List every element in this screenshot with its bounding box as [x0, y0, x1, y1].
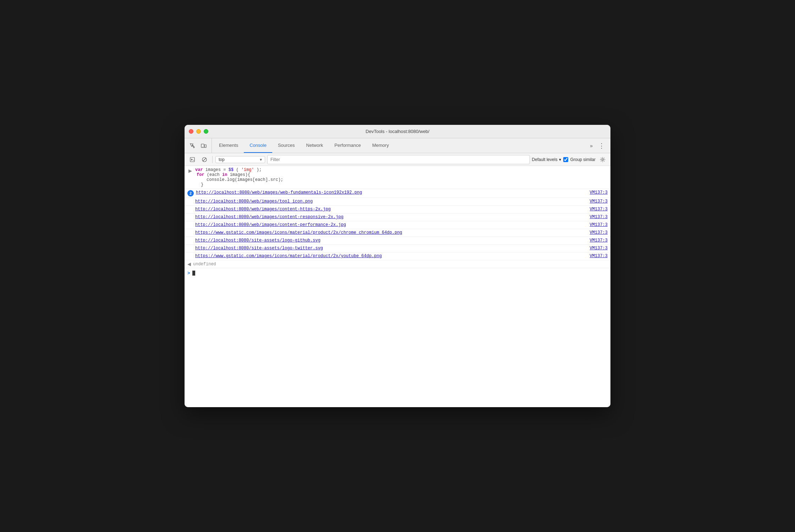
console-settings-button[interactable] — [598, 155, 608, 164]
source-ref-0[interactable]: VM137:3 — [583, 190, 608, 195]
clear-console-button[interactable] — [199, 155, 209, 164]
titlebar: DevTools - localhost:8080/web/ — [185, 125, 610, 138]
source-ref-8[interactable]: VM137:3 — [583, 254, 608, 259]
cursor — [192, 271, 195, 276]
log-entry-5: https://www.gstatic.com/images/icons/mat… — [185, 229, 610, 237]
close-button[interactable] — [189, 129, 193, 134]
devtools-window: DevTools - localhost:8080/web/ Elements — [185, 125, 610, 407]
log-entry-1: http://localhost:8080/web/images/tool_ic… — [185, 198, 610, 206]
minimize-button[interactable] — [196, 129, 201, 134]
log-url-4[interactable]: http://localhost:8080/web/images/content… — [195, 222, 577, 227]
log-entry-3: http://localhost:8080/web/images/content… — [185, 214, 610, 221]
log-entry-6: http://localhost:8080/site-assets/logo-g… — [185, 237, 610, 245]
toolbar-divider — [212, 156, 213, 163]
levels-chevron-icon: ▾ — [559, 157, 561, 162]
code-entry: ▶ var images = $$ ( 'img' ); for (each i… — [185, 166, 610, 189]
tab-elements[interactable]: Elements — [213, 138, 244, 153]
default-levels-button[interactable]: Default levels ▾ — [532, 157, 561, 162]
log-entry-2: http://localhost:8080/web/images/content… — [185, 206, 610, 214]
devtools-menu-button[interactable]: ⋮ — [596, 138, 608, 153]
source-ref-5[interactable]: VM137:3 — [583, 230, 608, 235]
tab-sources[interactable]: Sources — [272, 138, 301, 153]
log-entry-8: https://www.gstatic.com/images/icons/mat… — [185, 253, 610, 260]
context-selector[interactable]: top ▾ — [215, 156, 265, 163]
filter-input[interactable] — [267, 155, 530, 164]
expand-icon[interactable]: ▶ — [187, 167, 193, 173]
group-similar-checkbox[interactable] — [563, 157, 568, 162]
log-url-1[interactable]: http://localhost:8080/web/images/tool_ic… — [195, 199, 577, 204]
log-entry-7: http://localhost:8080/site-assets/logo-t… — [185, 245, 610, 253]
console-toolbar: top ▾ Default levels ▾ Group similar — [185, 153, 610, 166]
tab-console[interactable]: Console — [244, 138, 272, 153]
log-entry-0: 2 http://localhost:8080/web/images/web-f… — [185, 189, 610, 198]
execute-script-button[interactable] — [187, 155, 197, 164]
inspect-icon[interactable] — [187, 141, 197, 151]
source-ref-7[interactable]: VM137:3 — [583, 246, 608, 251]
log-url-3[interactable]: http://localhost:8080/web/images/content… — [195, 215, 577, 220]
group-similar-option: Group similar — [563, 157, 596, 162]
log-url-2[interactable]: http://localhost:8080/web/images/content… — [195, 207, 577, 212]
log-url-6[interactable]: http://localhost:8080/site-assets/logo-g… — [195, 238, 577, 243]
source-ref-1[interactable]: VM137:3 — [583, 199, 608, 204]
log-entry-4: http://localhost:8080/web/images/content… — [185, 221, 610, 229]
code-content: var images = $$ ( 'img' ); for (each in … — [195, 167, 608, 187]
undefined-text: undefined — [193, 262, 216, 267]
tab-memory[interactable]: Memory — [367, 138, 395, 153]
svg-point-8 — [602, 159, 604, 160]
traffic-lights — [189, 129, 208, 134]
log-url-8[interactable]: https://www.gstatic.com/images/icons/mat… — [195, 254, 577, 259]
log-url-5[interactable]: https://www.gstatic.com/images/icons/mat… — [195, 230, 577, 235]
undefined-entry: ◀ undefined — [185, 260, 610, 268]
console-body: ▶ var images = $$ ( 'img' ); for (each i… — [185, 166, 610, 407]
source-ref-2[interactable]: VM137:3 — [583, 207, 608, 212]
source-ref-4[interactable]: VM137:3 — [583, 222, 608, 227]
tab-network[interactable]: Network — [301, 138, 329, 153]
more-tabs-button[interactable]: » — [587, 138, 596, 153]
maximize-button[interactable] — [204, 129, 208, 134]
prompt-icon: > — [187, 270, 190, 276]
console-output: ▶ var images = $$ ( 'img' ); for (each i… — [185, 166, 610, 407]
svg-line-7 — [203, 158, 206, 161]
console-prompt[interactable]: > — [185, 268, 610, 278]
context-chevron-icon: ▾ — [260, 157, 262, 162]
source-ref-6[interactable]: VM137:3 — [583, 238, 608, 243]
tab-performance[interactable]: Performance — [329, 138, 366, 153]
tab-toolbar-icons — [187, 138, 212, 153]
device-icon[interactable] — [199, 141, 209, 151]
tabbar: Elements Console Sources Network Perform… — [185, 138, 610, 153]
log-url-7[interactable]: http://localhost:8080/site-assets/logo-t… — [195, 246, 577, 251]
source-ref-3[interactable]: VM137:3 — [583, 215, 608, 220]
return-icon: ◀ — [187, 261, 191, 267]
count-badge: 2 — [187, 190, 194, 196]
window-title: DevTools - localhost:8080/web/ — [366, 129, 429, 134]
log-url-0[interactable]: http://localhost:8080/web/images/web-fun… — [196, 190, 577, 195]
